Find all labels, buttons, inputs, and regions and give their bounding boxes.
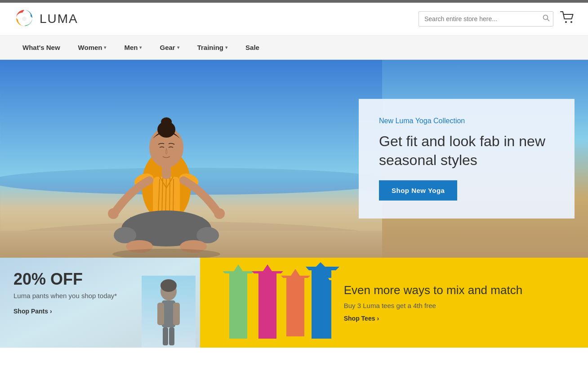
panel-tees: Even more ways to mix and match Buy 3 Lu… [200,258,588,348]
search-button[interactable] [543,14,550,23]
search-input[interactable] [419,11,553,27]
tees-svg [214,262,348,343]
nav-list: What's New Women ▾ Men ▾ Gear ▾ Training… [13,36,575,59]
panel-pants: 20% OFF Luma pants when you shop today* … [0,258,200,348]
svg-rect-38 [169,327,174,345]
svg-point-6 [570,21,572,23]
chevron-down-icon: ▾ [225,45,227,50]
panel-pants-content: 20% OFF Luma pants when you shop today* … [13,271,187,315]
nav-item-whats-new[interactable]: What's New [13,36,69,59]
chevron-down-icon: ▾ [177,45,179,50]
discount-text: 20% OFF [13,271,187,287]
site-header: LUMA [0,3,588,36]
main-nav: What's New Women ▾ Men ▾ Gear ▾ Training… [0,36,588,60]
nav-item-training[interactable]: Training ▾ [188,36,236,59]
logo[interactable]: LUMA [13,8,78,30]
svg-point-28 [196,227,219,243]
chevron-down-icon: ▾ [139,45,142,50]
tees-title: Even more ways to mix and match [344,283,570,297]
hero-subtitle: New Luma Yoga Collection [379,117,554,125]
nav-item-men[interactable]: Men ▾ [115,36,151,59]
hero-image [0,60,382,258]
shop-tees-link[interactable]: Shop Tees › [344,315,570,322]
search-icon [543,14,550,22]
nav-item-sale[interactable]: Sale [236,36,268,59]
svg-point-2 [22,17,27,21]
svg-line-17 [173,179,174,213]
chevron-down-icon: ▾ [104,45,106,50]
svg-point-5 [565,21,567,23]
svg-point-20 [108,208,119,219]
bottom-panels: 20% OFF Luma pants when you shop today* … [0,258,588,348]
svg-line-4 [548,19,550,22]
svg-point-3 [543,15,548,20]
cart-icon [560,11,575,24]
svg-point-27 [114,227,136,243]
hero-banner: New Luma Yoga Collection Get fit and loo… [0,60,588,258]
logo-text: LUMA [40,12,78,26]
panel-pants-description: Luma pants when you shop today* [13,291,187,300]
nav-item-women[interactable]: Women ▾ [69,36,116,59]
svg-point-25 [161,117,172,126]
tees-description: Buy 3 Luma tees get a 4th free [344,302,570,309]
panel-tees-content: Even more ways to mix and match Buy 3 Lu… [344,283,570,322]
tee-display [214,262,348,343]
shop-pants-link[interactable]: Shop Pants › [13,308,187,315]
shop-yoga-button[interactable]: Shop New Yoga [379,180,457,201]
luma-logo-icon [13,8,35,30]
hero-card: New Luma Yoga Collection Get fit and loo… [359,99,575,219]
hero-title: Get fit and look fab in new seasonal sty… [379,132,554,170]
svg-rect-37 [163,327,168,345]
header-actions [419,11,575,27]
cart-button[interactable] [560,11,575,27]
search-wrapper [419,11,553,27]
svg-point-21 [214,208,225,219]
nav-item-gear[interactable]: Gear ▾ [151,36,188,59]
